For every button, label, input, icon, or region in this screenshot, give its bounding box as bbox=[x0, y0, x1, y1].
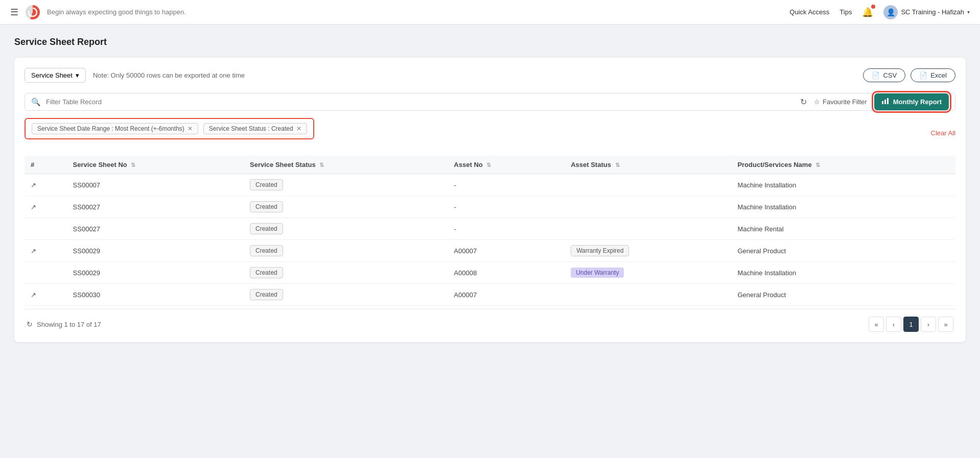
page-content: Service Sheet Report Service Sheet ▾ Not… bbox=[0, 25, 980, 354]
status-badge: Created bbox=[250, 289, 283, 300]
excel-label: Excel bbox=[930, 71, 947, 79]
csv-icon: 📄 bbox=[872, 71, 880, 79]
cell-ss-status: Created bbox=[244, 284, 448, 306]
filter-tags-container: Service Sheet Date Range : Most Recent (… bbox=[25, 118, 314, 139]
tagline: Begin always expecting good things to ha… bbox=[47, 8, 186, 16]
table-body: ↗SS00007Created-Machine Installation↗SS0… bbox=[25, 174, 955, 306]
cell-asset-no: A00008 bbox=[448, 262, 565, 284]
cell-asset-no: - bbox=[448, 196, 565, 218]
pagination-refresh-icon[interactable]: ↻ bbox=[27, 320, 33, 328]
page-first-btn[interactable]: « bbox=[869, 317, 884, 332]
external-link-icon[interactable]: ↗ bbox=[31, 203, 36, 211]
sort-icon-ss-status: ⇅ bbox=[319, 162, 324, 168]
cell-ss-status: Created bbox=[244, 218, 448, 240]
svg-rect-2 bbox=[884, 100, 886, 104]
col-ss-no[interactable]: Service Sheet No ⇅ bbox=[67, 156, 244, 174]
service-sheet-table: # Service Sheet No ⇅ Service Sheet Statu… bbox=[25, 156, 955, 306]
filter-tag-status-close[interactable]: ✕ bbox=[296, 125, 301, 132]
filter-tag-status: Service Sheet Status : Created ✕ bbox=[203, 123, 307, 134]
notification-badge bbox=[871, 5, 875, 9]
col-asset-status[interactable]: Asset Status ⇅ bbox=[565, 156, 731, 174]
status-badge: Created bbox=[250, 245, 283, 256]
cell-product-name: General Product bbox=[731, 284, 955, 306]
export-note: Note: Only 50000 rows can be exported at… bbox=[93, 71, 856, 79]
cell-ss-status: Created bbox=[244, 262, 448, 284]
bell-icon[interactable]: 🔔 bbox=[862, 7, 873, 17]
external-link-icon[interactable]: ↗ bbox=[31, 181, 36, 189]
search-icon: 🔍 bbox=[31, 98, 41, 107]
cell-hash: ↗ bbox=[25, 240, 67, 262]
cell-hash bbox=[25, 262, 67, 284]
col-ss-status[interactable]: Service Sheet Status ⇅ bbox=[244, 156, 448, 174]
cell-asset-status bbox=[565, 174, 731, 196]
csv-label: CSV bbox=[883, 71, 897, 79]
excel-button[interactable]: 📄 Excel bbox=[911, 68, 955, 82]
status-badge: Created bbox=[250, 223, 283, 234]
cell-product-name: General Product bbox=[731, 240, 955, 262]
clear-all-button[interactable]: Clear All bbox=[931, 129, 955, 137]
search-bar: 🔍 ↻ ☆ Favourite Filter Mont bbox=[25, 93, 955, 111]
hamburger-icon[interactable]: ☰ bbox=[10, 7, 18, 18]
export-buttons: 📄 CSV 📄 Excel bbox=[863, 68, 955, 82]
user-avatar: 👤 bbox=[883, 5, 898, 19]
dropdown-label: Service Sheet bbox=[31, 71, 73, 79]
excel-icon: 📄 bbox=[919, 71, 927, 79]
star-icon: ☆ bbox=[814, 98, 820, 106]
topnav: ☰ Begin always expecting good things to … bbox=[0, 0, 980, 25]
table-row: ↗SS00030CreatedA00007General Product bbox=[25, 284, 955, 306]
table-row: ↗SS00029CreatedA00007Warranty ExpiredGen… bbox=[25, 240, 955, 262]
status-badge: Created bbox=[250, 267, 283, 278]
cell-asset-no: A00007 bbox=[448, 284, 565, 306]
pagination-row: ↻ Showing 1 to 17 of 17 « ‹ 1 › » bbox=[25, 309, 955, 332]
page-title: Service Sheet Report bbox=[14, 37, 966, 47]
table-row: SS00029CreatedA00008Under WarrantyMachin… bbox=[25, 262, 955, 284]
service-sheet-dropdown[interactable]: Service Sheet ▾ bbox=[25, 68, 86, 83]
refresh-icon[interactable]: ↻ bbox=[800, 97, 807, 107]
filter-tag-date-range-close[interactable]: ✕ bbox=[188, 125, 193, 132]
monthly-report-button[interactable]: Monthly Report bbox=[874, 93, 949, 110]
cell-product-name: Machine Installation bbox=[731, 174, 955, 196]
table-row: ↗SS00027Created-Machine Installation bbox=[25, 196, 955, 218]
col-product-name[interactable]: Product/Services Name ⇅ bbox=[731, 156, 955, 174]
cell-ss-no: SS00007 bbox=[67, 174, 244, 196]
svg-point-0 bbox=[29, 8, 37, 16]
csv-button[interactable]: 📄 CSV bbox=[863, 68, 905, 82]
chart-icon bbox=[881, 97, 890, 107]
pagination-label: Showing 1 to 17 of 17 bbox=[37, 321, 101, 328]
status-badge: Created bbox=[250, 179, 283, 190]
page-next-btn[interactable]: › bbox=[921, 317, 936, 332]
external-link-icon[interactable]: ↗ bbox=[31, 291, 36, 299]
main-card: Service Sheet ▾ Note: Only 50000 rows ca… bbox=[14, 58, 966, 342]
cell-product-name: Machine Installation bbox=[731, 196, 955, 218]
cell-hash: ↗ bbox=[25, 174, 67, 196]
tips-link[interactable]: Tips bbox=[839, 8, 852, 16]
sort-icon-ss-no: ⇅ bbox=[131, 162, 135, 168]
cell-ss-status: Created bbox=[244, 196, 448, 218]
col-asset-no[interactable]: Asset No ⇅ bbox=[448, 156, 565, 174]
filter-tag-date-range: Service Sheet Date Range : Most Recent (… bbox=[32, 123, 198, 134]
sort-icon-product-name: ⇅ bbox=[815, 162, 820, 168]
cell-asset-status: Warranty Expired bbox=[565, 240, 731, 262]
svg-rect-3 bbox=[887, 98, 889, 104]
user-menu[interactable]: 👤 SC Training - Hafizah ▾ bbox=[883, 5, 970, 19]
asset-status-badge: Warranty Expired bbox=[571, 245, 629, 256]
cell-product-name: Machine Rental bbox=[731, 218, 955, 240]
cell-ss-status: Created bbox=[244, 240, 448, 262]
sort-icon-asset-status: ⇅ bbox=[615, 162, 620, 168]
cell-ss-status: Created bbox=[244, 174, 448, 196]
cell-asset-no: - bbox=[448, 174, 565, 196]
favourite-filter-label: Favourite Filter bbox=[823, 98, 867, 106]
page-last-btn[interactable]: » bbox=[938, 317, 953, 332]
col-hash: # bbox=[25, 156, 67, 174]
quick-access-link[interactable]: Quick Access bbox=[789, 8, 829, 16]
table-wrapper: # Service Sheet No ⇅ Service Sheet Statu… bbox=[25, 156, 955, 306]
cell-ss-no: SS00030 bbox=[67, 284, 244, 306]
page-prev-btn[interactable]: ‹ bbox=[886, 317, 901, 332]
external-link-icon[interactable]: ↗ bbox=[31, 247, 36, 255]
cell-asset-status: Under Warranty bbox=[565, 262, 731, 284]
page-1-btn[interactable]: 1 bbox=[903, 317, 919, 332]
search-input[interactable] bbox=[46, 93, 795, 110]
cell-ss-no: SS00029 bbox=[67, 240, 244, 262]
favourite-filter-btn[interactable]: ☆ Favourite Filter bbox=[814, 98, 867, 106]
asset-status-badge: Under Warranty bbox=[571, 268, 624, 278]
